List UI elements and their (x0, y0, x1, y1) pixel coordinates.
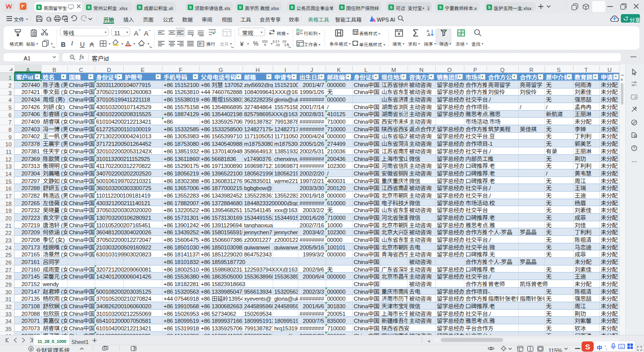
svg-text:.00: .00 (275, 42, 280, 47)
svg-text:S: S (38, 5, 41, 10)
svg-text:S: S (439, 5, 442, 10)
svg-text:S: S (488, 5, 491, 10)
svg-text:S: S (340, 5, 343, 10)
svg-text:S: S (88, 5, 91, 10)
svg-text:S: S (138, 5, 141, 10)
svg-text:S: S (585, 342, 590, 351)
svg-text:S: S (239, 5, 242, 10)
svg-text:000: 000 (262, 39, 268, 44)
svg-text:S: S (390, 5, 393, 10)
svg-text:发: 发 (29, 346, 32, 351)
svg-text:A: A (427, 29, 429, 33)
svg-text:S: S (290, 5, 293, 10)
svg-text:S: S (189, 5, 192, 10)
